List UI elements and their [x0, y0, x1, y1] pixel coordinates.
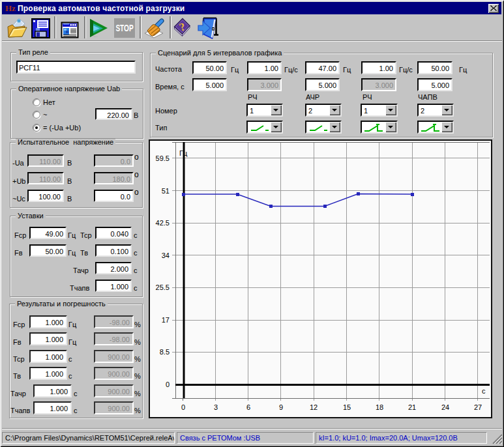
svg-text:18: 18: [376, 403, 383, 411]
svg-text:27: 27: [474, 403, 482, 411]
svg-text:25.5: 25.5: [156, 283, 170, 291]
svg-text:15: 15: [343, 403, 351, 411]
svg-text:0: 0: [181, 403, 185, 411]
svg-text:24: 24: [441, 403, 449, 411]
svg-text:17: 17: [162, 316, 170, 324]
svg-text:6: 6: [246, 403, 250, 411]
svg-text:42.5: 42.5: [156, 219, 170, 227]
svg-text:34: 34: [162, 252, 170, 259]
svg-text:59.5: 59.5: [156, 154, 170, 162]
svg-text:21: 21: [408, 403, 416, 411]
svg-text:0: 0: [166, 381, 170, 388]
svg-text:с: с: [482, 387, 486, 395]
svg-text:9: 9: [279, 403, 283, 411]
svg-text:3: 3: [214, 403, 218, 411]
svg-text:12: 12: [310, 403, 318, 411]
svg-text:8.5: 8.5: [160, 348, 170, 356]
svg-text:STOP: STOP: [115, 23, 133, 33]
svg-text:Гц: Гц: [179, 149, 188, 157]
svg-text:51: 51: [162, 187, 170, 195]
